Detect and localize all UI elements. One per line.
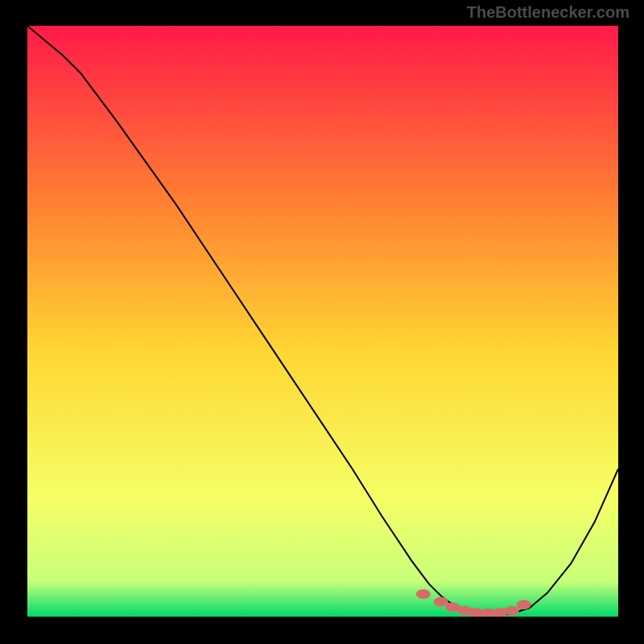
plot-area: [27, 26, 618, 617]
gradient-background: [27, 26, 618, 617]
marker-dot: [434, 597, 448, 607]
watermark-text: TheBottlenecker.com: [467, 3, 630, 22]
chart-container: TheBottlenecker.com: [0, 0, 644, 644]
marker-dot: [416, 589, 431, 599]
marker-dot: [505, 606, 519, 616]
marker-dot: [517, 600, 531, 609]
chart-svg: [27, 26, 618, 617]
